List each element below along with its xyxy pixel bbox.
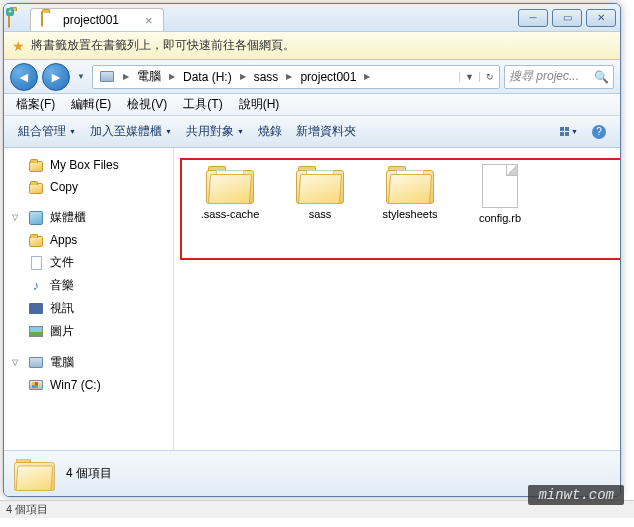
file-name: stylesheets	[382, 208, 437, 220]
chevron-down-icon: ▼	[165, 128, 172, 135]
folder-icon	[206, 164, 254, 204]
help-icon: ?	[592, 125, 606, 139]
info-text: 將書籤放置在書籤列上，即可快速前往各個網頁。	[31, 37, 295, 54]
breadcrumb[interactable]: ▶ 電腦 ▶ Data (H:) ▶ sass ▶ project001 ▶ ▼…	[92, 65, 500, 89]
sidebar-item-videos[interactable]: 視訊	[4, 297, 173, 320]
sidebar-item-pictures[interactable]: 圖片	[4, 320, 173, 343]
toolbar-organize[interactable]: 組合管理▼	[12, 123, 82, 140]
forward-button[interactable]: ►	[42, 63, 70, 91]
chevron-down-icon: ▼	[69, 128, 76, 135]
back-button[interactable]: ◄	[10, 63, 38, 91]
sidebar-item[interactable]: My Box Files	[4, 154, 173, 176]
breadcrumb-item[interactable]: project001	[294, 66, 362, 88]
titlebar[interactable]: + project001 × ─ ▭ ✕	[4, 4, 620, 32]
sidebar-group-computer[interactable]: ▽電腦	[4, 351, 173, 374]
nav-bar: ◄ ► ▼ ▶ 電腦 ▶ Data (H:) ▶ sass ▶ project0…	[4, 60, 620, 94]
toolbar: 組合管理▼ 加入至媒體櫃▼ 共用對象▼ 燒錄 新增資料夾 ▼ ?	[4, 116, 620, 148]
file-list-pane[interactable]: .sass-cache sass stylesheets config.rb	[174, 148, 620, 450]
search-placeholder: 搜尋 projec...	[509, 68, 579, 85]
chevron-right-icon[interactable]: ▶	[238, 72, 248, 81]
folder-icon	[296, 164, 344, 204]
file-item[interactable]: config.rb	[464, 164, 536, 224]
breadcrumb-item[interactable]: Data (H:)	[177, 66, 238, 88]
file-icon	[482, 164, 518, 208]
new-tab-icon[interactable]: +	[8, 10, 24, 26]
menu-help[interactable]: 說明(H)	[231, 96, 288, 113]
sidebar-item-drive-c[interactable]: Win7 (C:)	[4, 374, 173, 396]
sidebar-item[interactable]: Copy	[4, 176, 173, 198]
toolbar-burn[interactable]: 燒錄	[252, 123, 288, 140]
folder-icon	[386, 164, 434, 204]
close-button[interactable]: ✕	[586, 9, 616, 27]
folder-icon	[28, 157, 44, 173]
music-icon: ♪	[28, 278, 44, 294]
sidebar-group-libraries[interactable]: ▽媒體櫃	[4, 206, 173, 229]
file-name: .sass-cache	[201, 208, 260, 220]
browser-tab[interactable]: project001 ×	[30, 8, 164, 31]
folder-icon	[28, 179, 44, 195]
sidebar-item-music[interactable]: ♪音樂	[4, 274, 173, 297]
chevron-down-icon: ▼	[237, 128, 244, 135]
menu-tools[interactable]: 工具(T)	[175, 96, 230, 113]
item-count: 4 個項目	[66, 465, 112, 482]
star-icon[interactable]: ★	[12, 38, 25, 54]
close-tab-icon[interactable]: ×	[145, 13, 153, 28]
status-text: 4 個項目	[6, 502, 48, 517]
view-icon	[560, 127, 569, 136]
drive-icon	[28, 377, 44, 393]
content-area: My Box Files Copy ▽媒體櫃 Apps 文件 ♪音樂 視訊 圖片…	[4, 148, 620, 450]
explorer-window: + project001 × ─ ▭ ✕ ★ 將書籤放置在書籤列上，即可快速前往…	[3, 3, 621, 497]
folder-item[interactable]: sass	[284, 164, 356, 224]
sidebar-item-apps[interactable]: Apps	[4, 229, 173, 251]
file-name: sass	[309, 208, 332, 220]
folder-icon	[14, 457, 54, 491]
menu-bar: 檔案(F) 編輯(E) 檢視(V) 工具(T) 說明(H)	[4, 94, 620, 116]
library-icon	[28, 210, 44, 226]
folder-item[interactable]: stylesheets	[374, 164, 446, 224]
breadcrumb-item[interactable]: 電腦	[131, 66, 167, 88]
toolbar-new-folder[interactable]: 新增資料夾	[290, 123, 362, 140]
breadcrumb-item[interactable]: sass	[248, 66, 285, 88]
chevron-right-icon[interactable]: ▶	[167, 72, 177, 81]
computer-icon	[99, 69, 115, 85]
maximize-button[interactable]: ▭	[552, 9, 582, 27]
menu-view[interactable]: 檢視(V)	[119, 96, 175, 113]
folder-icon	[28, 232, 44, 248]
video-icon	[28, 301, 44, 317]
chevron-right-icon[interactable]: ▶	[121, 72, 131, 81]
toolbar-share[interactable]: 共用對象▼	[180, 123, 250, 140]
chevron-down-icon[interactable]: ▼	[459, 72, 479, 82]
refresh-icon[interactable]: ↻	[479, 72, 499, 82]
chevron-down-icon[interactable]: ▽	[12, 213, 22, 222]
view-options-button[interactable]: ▼	[556, 121, 582, 143]
help-button[interactable]: ?	[586, 121, 612, 143]
document-icon	[28, 255, 44, 271]
history-dropdown-icon[interactable]: ▼	[74, 63, 88, 91]
search-input[interactable]: 搜尋 projec... 🔍	[504, 65, 614, 89]
info-bar: ★ 將書籤放置在書籤列上，即可快速前往各個網頁。	[4, 32, 620, 60]
chevron-right-icon[interactable]: ▶	[362, 72, 372, 81]
sidebar[interactable]: My Box Files Copy ▽媒體櫃 Apps 文件 ♪音樂 視訊 圖片…	[4, 148, 174, 450]
tab-title: project001	[63, 13, 119, 27]
folder-item[interactable]: .sass-cache	[194, 164, 266, 224]
sidebar-item-documents[interactable]: 文件	[4, 251, 173, 274]
computer-icon	[28, 355, 44, 371]
menu-file[interactable]: 檔案(F)	[8, 96, 63, 113]
minimize-button[interactable]: ─	[518, 9, 548, 27]
toolbar-include[interactable]: 加入至媒體櫃▼	[84, 123, 178, 140]
picture-icon	[28, 324, 44, 340]
menu-edit[interactable]: 編輯(E)	[63, 96, 119, 113]
search-icon[interactable]: 🔍	[594, 70, 609, 84]
chevron-right-icon[interactable]: ▶	[284, 72, 294, 81]
folder-icon	[41, 12, 57, 28]
file-name: config.rb	[479, 212, 521, 224]
chevron-down-icon[interactable]: ▽	[12, 358, 22, 367]
watermark: minwt.com	[528, 485, 624, 505]
